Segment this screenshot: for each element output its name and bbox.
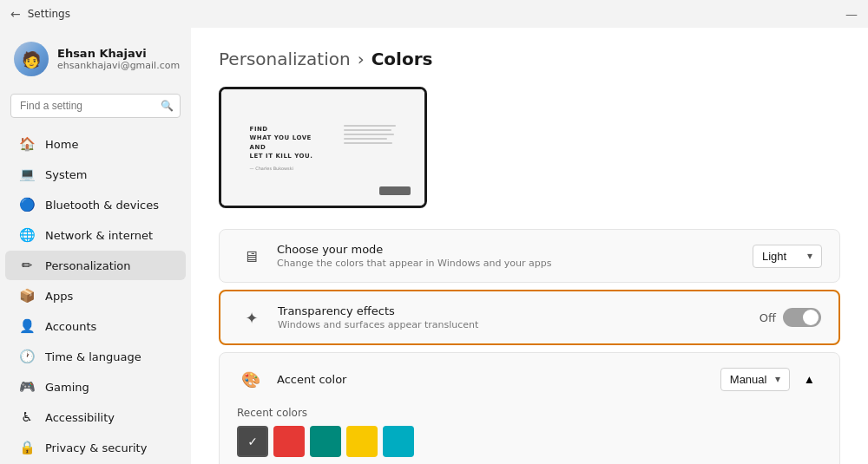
accent-dropdown[interactable]: Manual ▾ — [720, 368, 790, 391]
personalization-nav-icon: ✏️ — [19, 258, 35, 273]
avatar: 🧑 — [14, 42, 49, 76]
sidebar-item-privacy[interactable]: 🔒 Privacy & security — [5, 433, 186, 462]
theme-preview: FINDWHAT YOU LOVEANDLET IT KILL YOU. — C… — [219, 87, 427, 208]
sidebar-item-accessibility[interactable]: ♿ Accessibility — [5, 402, 186, 432]
network-nav-label: Network & internet — [45, 229, 153, 242]
privacy-nav-icon: 🔒 — [19, 440, 35, 455]
system-nav-label: System — [45, 168, 87, 181]
sidebar-item-apps[interactable]: 📦 Apps — [5, 281, 186, 310]
accessibility-nav-icon: ♿ — [19, 409, 35, 425]
bluetooth-nav-icon: 🔵 — [19, 197, 35, 212]
sidebar-item-home[interactable]: 🏠 Home — [5, 129, 186, 159]
mode-text: Choose your mode Change the colors that … — [277, 243, 753, 269]
search-box[interactable]: 🔍 — [10, 94, 181, 118]
gaming-nav-label: Gaming — [45, 381, 89, 394]
search-icon: 🔍 — [161, 100, 174, 112]
recent-colors-label: Recent colors — [237, 407, 822, 419]
gaming-nav-icon: 🎮 — [19, 379, 35, 395]
transparency-control: Off — [760, 308, 821, 327]
accent-chevron-icon: ▾ — [775, 373, 780, 385]
app-title: Settings — [28, 8, 70, 20]
preview-quote: FINDWHAT YOU LOVEANDLET IT KILL YOU. — C… — [250, 125, 313, 171]
apps-nav-icon: 📦 — [19, 288, 35, 304]
preview-lines — [344, 125, 396, 144]
personalization-nav-label: Personalization — [45, 259, 131, 272]
preview-button — [379, 186, 411, 195]
title-bar: ← Settings — — [0, 0, 868, 28]
sidebar-item-gaming[interactable]: 🎮 Gaming — [5, 372, 186, 402]
recent-color-swatch[interactable] — [383, 426, 414, 457]
system-nav-icon: 💻 — [19, 167, 35, 182]
recent-color-swatch[interactable] — [237, 426, 268, 457]
sidebar-item-time[interactable]: 🕐 Time & language — [5, 342, 186, 371]
home-nav-label: Home — [45, 138, 78, 151]
accent-colors-area: Recent colors Windows colors — [237, 393, 822, 464]
accent-text: Accent color — [277, 373, 720, 386]
transparency-title: Transparency effects — [278, 304, 760, 317]
user-section: 🧑 Ehsan Khajavi ehsankhajavi@gmail.com — [0, 35, 191, 90]
breadcrumb-current: Colors — [372, 49, 433, 69]
network-nav-icon: 🌐 — [19, 227, 35, 243]
sidebar: 🧑 Ehsan Khajavi ehsankhajavi@gmail.com 🔍… — [0, 28, 191, 464]
choose-mode-row: 🖥 Choose your mode Change the colors tha… — [219, 229, 840, 283]
sidebar-item-personalization[interactable]: ✏️ Personalization — [5, 251, 186, 280]
time-nav-icon: 🕐 — [19, 349, 35, 364]
recent-color-swatch[interactable] — [346, 426, 378, 457]
sidebar-item-accounts[interactable]: 👤 Accounts — [5, 311, 186, 341]
transparency-toggle[interactable] — [783, 308, 821, 327]
back-icon[interactable]: ← — [10, 7, 21, 21]
breadcrumb-parent: Personalization — [219, 49, 351, 69]
recent-color-swatch[interactable] — [273, 426, 305, 457]
recent-color-swatch[interactable] — [310, 426, 341, 457]
accounts-nav-icon: 👤 — [19, 318, 35, 334]
mode-title: Choose your mode — [277, 243, 753, 256]
preview-inner: FINDWHAT YOU LOVEANDLET IT KILL YOU. — C… — [221, 89, 424, 206]
time-nav-label: Time & language — [45, 350, 141, 363]
breadcrumb: Personalization › Colors — [219, 49, 840, 69]
sidebar-item-network[interactable]: 🌐 Network & internet — [5, 220, 186, 250]
breadcrumb-separator: › — [358, 49, 365, 69]
accent-expand-button[interactable]: ▲ — [797, 369, 822, 389]
home-nav-icon: 🏠 — [19, 136, 35, 152]
accent-color-section: 🎨 Accent color Manual ▾ ▲ Recent colors — [219, 352, 840, 464]
privacy-nav-label: Privacy & security — [45, 441, 147, 454]
sidebar-item-system[interactable]: 💻 System — [5, 160, 186, 189]
minimize-button[interactable]: — — [845, 7, 858, 21]
toggle-label: Off — [760, 311, 776, 324]
apps-nav-label: Apps — [45, 290, 73, 303]
bluetooth-nav-label: Bluetooth & devices — [45, 199, 159, 212]
transparency-text: Transparency effects Windows and surface… — [278, 304, 760, 330]
user-info: Ehsan Khajavi ehsankhajavi@gmail.com — [57, 47, 180, 71]
accent-header: 🎨 Accent color Manual ▾ ▲ — [237, 365, 822, 393]
transparency-row: ✦ Transparency effects Windows and surfa… — [219, 290, 840, 345]
accent-icon: 🎨 — [237, 365, 265, 393]
recent-colors-swatches — [237, 426, 822, 457]
transparency-icon: ✦ — [238, 304, 266, 331]
mode-icon: 🖥 — [237, 242, 265, 270]
user-name: Ehsan Khajavi — [57, 47, 180, 60]
transparency-subtitle: Windows and surfaces appear translucent — [278, 319, 760, 330]
mode-dropdown[interactable]: Light ▾ — [753, 245, 822, 268]
search-input[interactable] — [10, 94, 181, 118]
toggle-knob — [803, 310, 819, 325]
accent-collapse-icon: ▲ — [804, 373, 815, 386]
user-email: ehsankhajavi@gmail.com — [57, 60, 180, 71]
sidebar-item-bluetooth[interactable]: 🔵 Bluetooth & devices — [5, 190, 186, 219]
accent-control: Manual ▾ ▲ — [720, 368, 822, 391]
mode-control: Light ▾ — [753, 245, 822, 268]
accessibility-nav-label: Accessibility — [45, 411, 115, 424]
mode-chevron-icon: ▾ — [807, 250, 812, 262]
accent-title: Accent color — [277, 373, 720, 386]
main-content: Personalization › Colors FINDWHAT YOU LO… — [191, 28, 868, 464]
accounts-nav-label: Accounts — [45, 320, 96, 333]
mode-subtitle: Change the colors that appear in Windows… — [277, 258, 753, 269]
